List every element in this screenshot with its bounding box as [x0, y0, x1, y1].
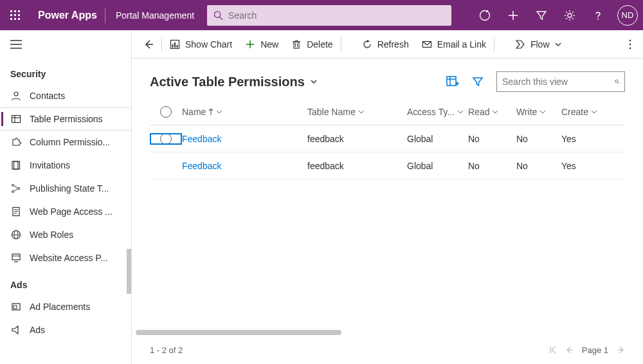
view-selector[interactable]: Active Table Permissions — [150, 75, 318, 89]
prev-page-icon[interactable] — [565, 346, 573, 354]
svg-point-15 — [568, 14, 572, 17]
cmd-label: Flow — [530, 39, 550, 50]
sidebar: Security Contacts Table Permissions Colu… — [0, 30, 132, 364]
svg-rect-7 — [14, 18, 16, 20]
user-avatar[interactable]: ND — [617, 5, 638, 26]
column-header-read[interactable]: Read — [468, 107, 516, 117]
next-page-icon[interactable] — [617, 346, 625, 354]
view-search[interactable] — [496, 71, 625, 92]
page-icon — [10, 206, 22, 217]
cell-create: Yes — [561, 134, 610, 144]
app-sub-name[interactable]: Portal Management — [105, 10, 204, 21]
sidebar-item-contacts[interactable]: Contacts — [0, 84, 131, 107]
sidebar-toggle[interactable] — [0, 30, 131, 59]
show-chart-button[interactable]: Show Chart — [163, 30, 239, 59]
row-name-link[interactable]: Feedback — [182, 134, 221, 144]
table-row[interactable]: Feedback feedback Global No No Yes — [150, 152, 625, 179]
column-header-table-name[interactable]: Table Name — [307, 107, 407, 117]
circle-icon — [160, 106, 172, 118]
svg-line-22 — [566, 17, 567, 19]
cmd-separator — [341, 37, 341, 51]
compass-icon — [479, 10, 491, 21]
first-page-icon[interactable] — [548, 346, 556, 354]
chart-icon — [170, 39, 180, 50]
chevron-down-icon — [591, 109, 597, 115]
sidebar-item-web-roles[interactable]: Web Roles — [0, 223, 131, 246]
svg-rect-5 — [18, 14, 20, 16]
pager: Page 1 — [548, 345, 625, 355]
table-icon — [10, 113, 22, 125]
column-header-create[interactable]: Create — [561, 107, 610, 117]
horizontal-scrollbar[interactable] — [136, 330, 341, 335]
chevron-down-icon — [555, 41, 561, 48]
circle-icon — [160, 133, 172, 145]
cell-create: Yes — [561, 161, 610, 171]
flow-icon — [515, 39, 525, 50]
refresh-button[interactable]: Refresh — [356, 30, 415, 59]
record-count: 1 - 2 of 2 — [150, 345, 183, 355]
svg-rect-3 — [10, 14, 12, 16]
website-icon — [10, 252, 22, 264]
app-name[interactable]: Power Apps — [30, 10, 105, 21]
cmd-label: Show Chart — [185, 39, 232, 50]
svg-rect-54 — [174, 42, 176, 48]
delete-button[interactable]: Delete — [285, 30, 339, 59]
app-launcher[interactable] — [0, 0, 30, 30]
sidebar-scrollbar[interactable] — [127, 249, 131, 294]
sidebar-item-ad-placements[interactable]: Ad Placements — [0, 295, 131, 318]
sidebar-item-ads[interactable]: Ads — [0, 318, 131, 341]
edit-columns-button[interactable] — [446, 76, 459, 87]
filter-button[interactable] — [472, 76, 484, 87]
refresh-icon — [362, 39, 372, 50]
sidebar-item-label: Column Permissio... — [30, 137, 110, 147]
svg-rect-55 — [177, 45, 178, 48]
flow-button[interactable]: Flow — [509, 30, 568, 59]
sidebar-item-invitations[interactable]: Invitations — [0, 154, 131, 177]
sidebar-item-label: Table Permissions — [30, 114, 103, 124]
back-button[interactable] — [137, 30, 160, 59]
header-assistant-button[interactable] — [471, 0, 499, 30]
cell-write: No — [516, 161, 561, 171]
email-link-button[interactable]: Email a Link — [415, 30, 493, 59]
sidebar-item-label: Website Access P... — [30, 253, 108, 263]
cell-write: No — [516, 134, 561, 144]
header-help-button[interactable] — [584, 0, 612, 30]
svg-rect-0 — [10, 10, 12, 12]
select-all-checkbox[interactable] — [150, 106, 182, 118]
row-name-link[interactable]: Feedback — [182, 161, 221, 171]
sidebar-item-website-access[interactable]: Website Access P... — [0, 246, 131, 269]
email-split-button[interactable] — [496, 30, 509, 59]
svg-rect-4 — [14, 14, 16, 16]
column-header-write[interactable]: Write — [516, 107, 561, 117]
sidebar-item-column-permissions[interactable]: Column Permissio... — [0, 131, 131, 154]
hamburger-icon — [10, 40, 22, 49]
cell-table-name: feedback — [307, 161, 407, 171]
page-label: Page 1 — [582, 345, 608, 355]
plus-icon — [245, 39, 255, 50]
global-search[interactable] — [207, 5, 451, 26]
header-settings-button[interactable] — [556, 0, 584, 30]
table-row[interactable]: Feedback feedback Global No No Yes — [150, 125, 625, 152]
svg-rect-33 — [14, 161, 20, 169]
grid-footer: 1 - 2 of 2 Page 1 — [132, 336, 643, 364]
delete-split-button[interactable] — [343, 30, 356, 59]
sidebar-item-label: Ad Placements — [30, 302, 90, 312]
funnel-icon — [536, 10, 547, 21]
header-filter-button[interactable] — [527, 0, 556, 30]
sidebar-item-publishing-state[interactable]: Publishing State T... — [0, 177, 131, 200]
header-add-button[interactable] — [499, 0, 527, 30]
row-checkbox[interactable] — [150, 133, 182, 145]
column-header-access-type[interactable]: Access Ty... — [407, 107, 468, 117]
svg-rect-8 — [18, 18, 20, 20]
view-search-input[interactable] — [502, 77, 615, 87]
column-header-name[interactable]: Name — [182, 107, 307, 117]
overflow-button[interactable] — [622, 30, 638, 59]
sidebar-item-table-permissions[interactable]: Table Permissions — [0, 107, 131, 131]
cell-table-name: feedback — [307, 134, 407, 144]
main-content: Show Chart New Delete Refresh Email a Li… — [132, 30, 643, 364]
back-icon — [143, 39, 154, 50]
new-button[interactable]: New — [239, 30, 285, 59]
sidebar-item-web-page-access[interactable]: Web Page Access ... — [0, 200, 131, 223]
ad-placement-icon — [10, 301, 22, 313]
global-search-input[interactable] — [228, 10, 445, 21]
